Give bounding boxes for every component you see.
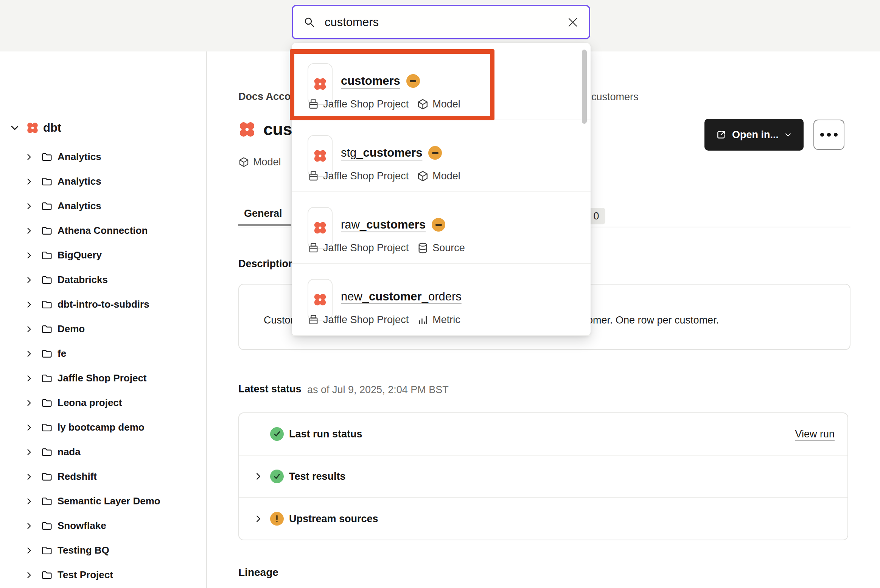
model-type-row: Model ( xyxy=(238,156,295,168)
result-meta: Jaffle Shop Project Model xyxy=(308,98,460,110)
folder-icon xyxy=(41,520,53,532)
sidebar-root-label: dbt xyxy=(43,121,61,135)
result-project: Jaffle Shop Project xyxy=(323,242,409,254)
result-name[interactable]: stg_customers xyxy=(341,146,442,160)
chevron-right-icon[interactable] xyxy=(25,276,33,284)
chevron-right-icon[interactable] xyxy=(25,227,33,235)
chevron-right-icon[interactable] xyxy=(25,325,33,333)
search-bar[interactable] xyxy=(292,5,590,39)
sidebar-item-semantic-layer-demo[interactable]: Semantic Layer Demo xyxy=(0,489,206,513)
chevron-right-icon[interactable] xyxy=(25,546,33,555)
sidebar-item-fe[interactable]: fe xyxy=(0,341,206,366)
clear-search-icon[interactable] xyxy=(567,17,578,28)
latest-status-heading: Latest status xyxy=(238,383,302,395)
sidebar-item-demo[interactable]: Demo xyxy=(0,317,206,341)
chevron-right-icon[interactable] xyxy=(25,497,33,506)
chevron-right-icon[interactable] xyxy=(25,153,33,161)
status-row-label: Upstream sources xyxy=(289,513,378,525)
chevron-right-icon[interactable] xyxy=(25,522,33,530)
dropdown-scrollbar-thumb[interactable] xyxy=(582,50,587,124)
sidebar-item-label: nada xyxy=(58,446,81,458)
chevron-right-icon[interactable] xyxy=(25,251,33,260)
search-result-new-customer-orders[interactable]: new_customer_orders Jaffle Shop Project … xyxy=(292,264,591,336)
sidebar-item-label: Leona project xyxy=(58,397,122,409)
project-tree: Analytics Analytics Analytics Athena Con… xyxy=(0,145,206,588)
result-name[interactable]: raw_customers xyxy=(341,218,445,232)
result-project: Jaffle Shop Project xyxy=(323,98,409,110)
dots-icon xyxy=(820,133,824,137)
chevron-right-icon[interactable] xyxy=(25,374,33,383)
source-database-icon xyxy=(417,242,429,254)
sidebar-item-bigquery[interactable]: BigQuery xyxy=(0,243,206,268)
sidebar-root-dbt[interactable]: dbt xyxy=(10,119,61,137)
sidebar-item-test-project[interactable]: Test Project xyxy=(0,563,206,587)
sidebar-item-ly-bootcamp-demo[interactable]: ly bootcamp demo xyxy=(0,415,206,440)
sidebar-item-snowflake[interactable]: Snowflake xyxy=(0,513,206,538)
sidebar-item-dbt-intro-to-subdirs[interactable]: dbt-intro-to-subdirs xyxy=(0,292,206,317)
folder-icon xyxy=(41,299,53,310)
lineage-heading: Lineage xyxy=(238,566,278,579)
folder-icon xyxy=(41,544,53,556)
chevron-right-icon[interactable] xyxy=(25,399,33,407)
folder-icon xyxy=(41,372,53,384)
sidebar-item-label: Analytics xyxy=(58,200,101,212)
dbt-logo-icon xyxy=(313,292,328,307)
metric-chart-icon xyxy=(417,314,429,326)
folder-icon xyxy=(41,200,53,212)
folder-icon xyxy=(41,176,53,187)
status-row-test-results[interactable]: Test results xyxy=(239,456,847,498)
search-input[interactable] xyxy=(325,16,567,29)
sidebar-item-nada[interactable]: nada xyxy=(0,440,206,464)
status-row-label: Last run status xyxy=(289,428,362,440)
sidebar-item-label: Snowflake xyxy=(58,520,106,532)
sidebar-item-analytics-2[interactable]: Analytics xyxy=(0,169,206,194)
chevron-right-icon[interactable] xyxy=(25,350,33,358)
result-name[interactable]: new_customer_orders xyxy=(341,290,462,303)
chevron-right-icon[interactable] xyxy=(254,514,263,523)
project-icon xyxy=(308,242,319,254)
page-title: cus xyxy=(263,120,292,139)
sidebar-item-label: Test Project xyxy=(58,569,113,581)
breadcrumb[interactable]: Docs Acco xyxy=(238,91,291,103)
result-project: Jaffle Shop Project xyxy=(323,314,409,326)
chevron-right-icon[interactable] xyxy=(25,448,33,456)
dots-icon xyxy=(834,133,838,137)
sidebar-item-databricks[interactable]: Databricks xyxy=(0,268,206,292)
tab-general[interactable]: General xyxy=(244,208,282,219)
result-meta: Jaffle Shop Project Model xyxy=(308,170,460,182)
view-run-link[interactable]: View run xyxy=(795,428,835,440)
sidebar-item-jaffle-shop-project[interactable]: Jaffle Shop Project xyxy=(0,366,206,390)
chevron-right-icon[interactable] xyxy=(25,300,33,309)
open-in-button[interactable]: Open in... xyxy=(704,119,804,151)
sidebar-item-leona-project[interactable]: Leona project xyxy=(0,390,206,415)
sidebar-item-label: ly bootcamp demo xyxy=(58,422,145,433)
more-options-button[interactable] xyxy=(813,120,844,150)
badge-seal-icon xyxy=(432,218,445,232)
dbt-logo-icon xyxy=(313,220,328,235)
status-row-upstream-sources[interactable]: Upstream sources xyxy=(239,498,847,540)
sidebar-item-redshift[interactable]: Redshift xyxy=(0,464,206,489)
chevron-right-icon[interactable] xyxy=(25,571,33,579)
sidebar-item-label: Databricks xyxy=(58,274,108,286)
chevron-right-icon[interactable] xyxy=(25,177,33,186)
chevron-right-icon[interactable] xyxy=(25,473,33,481)
chevron-down-icon[interactable] xyxy=(10,123,20,133)
sidebar-item-testing-bq[interactable]: Testing BQ xyxy=(0,538,206,563)
success-check-icon xyxy=(270,470,284,483)
sidebar-item-athena-connection[interactable]: Athena Connection xyxy=(0,218,206,243)
result-name[interactable]: customers xyxy=(341,74,420,88)
model-cube-icon xyxy=(238,157,249,168)
search-result-stg-customers[interactable]: stg_customers Jaffle Shop Project Model xyxy=(292,120,591,192)
search-result-raw-customers[interactable]: raw_customers Jaffle Shop Project Source xyxy=(292,192,591,264)
chevron-right-icon[interactable] xyxy=(25,423,33,432)
chevron-right-icon[interactable] xyxy=(25,202,33,210)
sidebar-item-analytics-3[interactable]: Analytics xyxy=(0,194,206,218)
sidebar-item-label: Jaffle Shop Project xyxy=(58,372,147,384)
badge-seal-icon xyxy=(428,146,442,160)
folder-icon xyxy=(41,323,53,335)
sidebar-item-analytics-1[interactable]: Analytics xyxy=(0,145,206,169)
latest-status-card: Last run status View run Test results Up… xyxy=(238,412,848,540)
chevron-right-icon[interactable] xyxy=(254,472,263,481)
search-result-customers[interactable]: customers Jaffle Shop Project Model xyxy=(292,48,591,120)
success-check-icon xyxy=(270,427,284,441)
